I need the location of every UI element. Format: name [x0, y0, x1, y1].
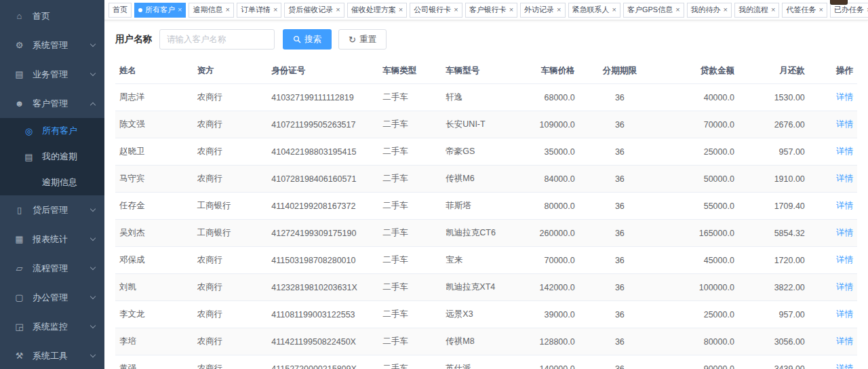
chevron-down-icon [90, 71, 96, 76]
column-header-资方: 资方 [193, 58, 267, 84]
sidebar-item-label: 逾期信息 [42, 176, 77, 189]
sidebar-item-label: 客户管理 [33, 98, 68, 110]
cell-身份证号: 412724199309175190 [267, 220, 378, 247]
cell-车辆价格: 68000.0 [519, 84, 579, 111]
active-tab-dot [138, 8, 142, 12]
cell-操作: 详情 [809, 193, 857, 220]
tab-label: 订单详情 [241, 5, 271, 15]
detail-link[interactable]: 详情 [836, 174, 853, 183]
cell-车辆价格: 39000.0 [519, 301, 579, 328]
tab-label: 已办任务 [834, 5, 864, 15]
tab-首页[interactable]: 首页 [108, 3, 132, 18]
sidebar-item-业务管理[interactable]: ▤业务管理 [0, 60, 104, 89]
detail-link[interactable]: 详情 [836, 255, 853, 265]
cell-车辆型号: 宝来 [441, 247, 519, 274]
cell-姓名: 李培 [115, 328, 193, 355]
sidebar-item-贷后管理[interactable]: ▯贷后管理 [0, 195, 104, 225]
cell-资方: 工商银行 [193, 193, 267, 220]
tab-我的流程[interactable]: 我的流程× [734, 3, 779, 18]
cell-贷款金额: 55000.0 [660, 193, 738, 220]
main-area: 首页所有客户×逾期信息×订单详情×贷后催收记录×催收处理方案×公司银行卡×客户银… [104, 0, 868, 369]
customer-name-input[interactable] [159, 29, 275, 50]
tab-close-icon[interactable]: × [225, 6, 229, 14]
tab-close-icon[interactable]: × [675, 6, 679, 14]
tab-label: 逾期信息 [193, 5, 222, 15]
tab-close-icon[interactable]: × [273, 6, 277, 14]
tab-close-icon[interactable]: × [399, 6, 403, 14]
tab-close-icon[interactable]: × [336, 6, 340, 14]
sidebar-item-系统管理[interactable]: ⚙系统管理 [0, 31, 104, 60]
detail-link[interactable]: 详情 [836, 147, 853, 156]
refresh-icon: ↻ [349, 35, 356, 44]
detail-link[interactable]: 详情 [836, 201, 853, 210]
tab-代签任务[interactable]: 代签任务× [782, 3, 827, 18]
cell-车辆价格: 35000.0 [519, 138, 579, 166]
tab-客户银行卡[interactable]: 客户银行卡× [465, 3, 517, 18]
cell-分期期限: 36 [579, 220, 660, 247]
tab-我的待办[interactable]: 我的待办× [687, 3, 732, 18]
search-button[interactable]: 搜索 [283, 29, 332, 50]
cell-贷款金额: 80000.0 [660, 328, 738, 355]
tab-催收处理方案[interactable]: 催收处理方案× [347, 3, 407, 18]
tab-close-icon[interactable]: × [509, 6, 513, 14]
cell-车辆型号: 凯迪拉克CT6 [441, 220, 519, 247]
avatar-fragment[interactable] [830, 0, 848, 5]
sidebar-item-办公管理[interactable]: ▢办公管理 [0, 283, 104, 312]
sidebar-subitem-我的逾期[interactable]: ▤我的逾期 [0, 144, 104, 170]
detail-link[interactable]: 详情 [836, 282, 853, 292]
gear-icon: ⚙ [14, 40, 25, 50]
tab-label: 首页 [113, 5, 127, 15]
cell-身份证号: 410327199111112819 [267, 84, 378, 111]
tab-label: 贷后催收记录 [288, 5, 333, 15]
reset-button[interactable]: ↻ 重置 [338, 29, 387, 50]
detail-link[interactable]: 详情 [836, 92, 853, 102]
tab-紧急联系人[interactable]: 紧急联系人× [568, 3, 620, 18]
tab-close-icon[interactable]: × [724, 6, 728, 14]
sidebar-item-流程管理[interactable]: ▱流程管理 [0, 254, 104, 283]
sidebar-item-报表统计[interactable]: ▦报表统计 [0, 225, 104, 254]
sidebar-subitem-所有客户[interactable]: ◎所有客户 [0, 118, 104, 144]
cell-姓名: 黄强 [115, 355, 193, 369]
tab-close-icon[interactable]: × [454, 6, 458, 14]
cell-车辆价格: 109000.0 [519, 111, 579, 138]
customer-icon: ☻ [14, 98, 25, 109]
detail-link[interactable]: 详情 [836, 336, 853, 346]
tab-逾期信息[interactable]: 逾期信息× [189, 3, 233, 18]
tab-close-icon[interactable]: × [178, 6, 182, 14]
tab-close-icon[interactable]: × [771, 6, 775, 14]
cell-车辆型号: 远景X3 [441, 301, 519, 328]
cell-身份证号: 410728198406160571 [267, 166, 378, 193]
tab-外访记录[interactable]: 外访记录× [520, 3, 565, 18]
detail-link[interactable]: 详情 [836, 309, 853, 319]
tab-公司银行卡[interactable]: 公司银行卡× [410, 3, 462, 18]
sidebar-item-系统工具[interactable]: ⚒系统工具 [0, 341, 104, 369]
tab-贷后催收记录[interactable]: 贷后催收记录× [284, 3, 344, 18]
cell-贷款金额: 100000.0 [660, 274, 738, 301]
tab-订单详情[interactable]: 订单详情× [237, 3, 281, 18]
sidebar-item-首页[interactable]: ⌂首页 [0, 1, 104, 31]
tab-close-icon[interactable]: × [612, 6, 616, 14]
detail-link[interactable]: 详情 [836, 119, 853, 129]
detail-link[interactable]: 详情 [836, 228, 853, 237]
sidebar-item-系统监控[interactable]: ◲系统监控 [0, 312, 104, 341]
cell-月还款: 1709.40 [738, 193, 809, 220]
tab-label: 催收处理方案 [351, 5, 396, 15]
cell-车辆类型: 二手车 [378, 328, 441, 355]
cell-分期期限: 36 [579, 193, 660, 220]
column-header-车辆型号: 车辆型号 [441, 58, 519, 84]
cell-身份证号: 411081199003122553 [267, 301, 378, 328]
tab-客户GPS信息[interactable]: 客户GPS信息× [623, 3, 684, 18]
sidebar-item-客户管理[interactable]: ☻客户管理 [0, 89, 104, 118]
cell-贷款金额: 165000.0 [660, 220, 738, 247]
cell-车辆类型: 二手车 [378, 193, 441, 220]
tab-close-icon[interactable]: × [818, 6, 823, 14]
search-icon [293, 35, 301, 43]
cell-操作: 详情 [809, 328, 857, 355]
tab-所有客户[interactable]: 所有客户× [134, 3, 186, 18]
chevron-down-icon [90, 206, 96, 212]
detail-link[interactable]: 详情 [836, 364, 853, 369]
tab-close-icon[interactable]: × [557, 6, 561, 14]
sidebar-subitem-逾期信息[interactable]: 逾期信息 [0, 170, 104, 195]
search-button-label: 搜索 [304, 34, 321, 45]
home-icon: ⌂ [14, 11, 25, 21]
